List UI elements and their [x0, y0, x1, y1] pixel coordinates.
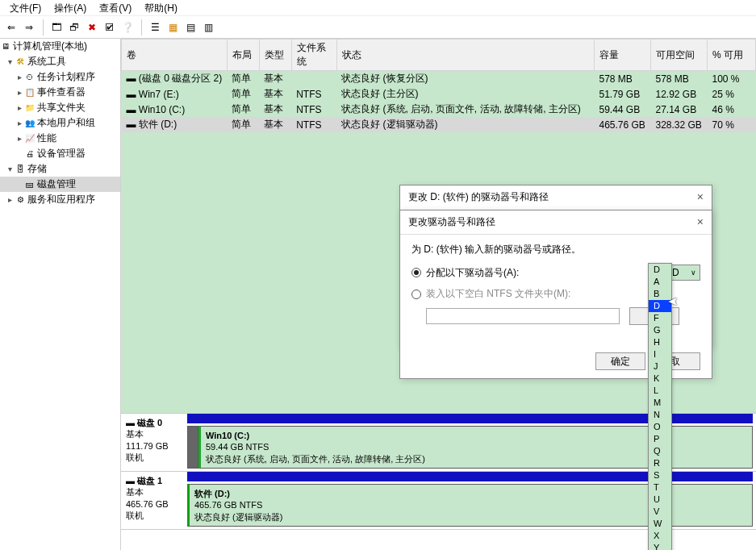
close-icon[interactable]: × [697, 190, 704, 204]
table-cell: 状态良好 (主分区) [336, 86, 594, 102]
col-pct[interactable]: % 可用 [708, 40, 756, 71]
drive-letter-option[interactable]: T [649, 481, 671, 494]
chevron-down-icon: ▾ [5, 165, 15, 173]
tree-label: 本地用户和组 [37, 116, 95, 130]
tree-devmgr[interactable]: 🖨 设备管理器 [0, 146, 120, 161]
tree-services[interactable]: ▸ ⚙ 服务和应用程序 [0, 192, 120, 207]
tree-label: 设备管理器 [37, 147, 86, 160]
chevron-right-icon: ▸ [15, 134, 24, 143]
drive-letter-option[interactable]: L [649, 385, 671, 397]
menu-view[interactable]: 查看(V) [93, 0, 138, 15]
tree-label: 服务和应用程序 [27, 193, 95, 206]
tree-shared[interactable]: ▸ 📁 共享文件夹 [0, 100, 120, 115]
tree-event[interactable]: ▸ 📋 事件查看器 [0, 85, 120, 100]
tree-diskmgmt[interactable]: 🖴 磁盘管理 [0, 177, 120, 192]
table-cell: 简单 [227, 102, 259, 117]
drive-letter-select[interactable]: D ∨ [668, 265, 700, 281]
back-icon[interactable]: ⇐ [3, 19, 19, 35]
menu-help[interactable]: 帮助(H) [138, 0, 184, 15]
radio-mount-label: 装入以下空白 NTFS 文件夹中(M): [426, 287, 570, 301]
table-row[interactable]: ▬ Win10 (C:)简单基本NTFS状态良好 (系统, 启动, 页面文件, … [122, 102, 756, 117]
tree-users[interactable]: ▸ 👥 本地用户和组 [0, 115, 120, 131]
table-cell: 465.76 GB [595, 117, 651, 132]
col-volume[interactable]: 卷 [122, 40, 228, 71]
dlg1-titlebar: 更改 D: (软件) 的驱动器号和路径 × [400, 185, 712, 209]
tile-icon[interactable]: ▤ [182, 19, 198, 35]
table-row[interactable]: ▬ 软件 (D:)简单基本NTFS状态良好 (逻辑驱动器)465.76 GB32… [122, 117, 756, 132]
drive-letter-option[interactable]: H [649, 336, 671, 348]
col-type[interactable]: 类型 [259, 40, 291, 71]
disk0-vol-size: 59.44 GB NTFS [206, 442, 269, 452]
refresh-icon[interactable]: 🗗 [66, 19, 82, 35]
drive-letter-option[interactable]: R [649, 457, 671, 469]
drive-letter-option[interactable]: D [649, 264, 671, 276]
col-layout[interactable]: 布局 [227, 40, 259, 71]
disk0-reserved[interactable] [187, 426, 198, 469]
drive-letter-option[interactable]: M [649, 397, 671, 409]
forward-icon[interactable]: ⇒ [21, 19, 37, 35]
drive-letter-option[interactable]: X [649, 530, 671, 542]
storage-icon: 🗄 [15, 165, 26, 173]
disk0-info[interactable]: ▬ 磁盘 0 基本 111.79 GB 联机 [121, 414, 187, 471]
drive-letter-option[interactable]: J [649, 360, 671, 373]
drive-letter-option[interactable]: S [649, 469, 671, 481]
table-cell: 状态良好 (系统, 启动, 页面文件, 活动, 故障转储, 主分区) [336, 102, 594, 117]
close-icon[interactable]: × [697, 215, 704, 229]
help-icon[interactable]: ❔ [119, 19, 136, 35]
clock-icon: ⏲ [24, 73, 36, 81]
grid-icon[interactable]: ▦ [165, 19, 181, 35]
cursor-icon: ➤ [668, 294, 679, 309]
menu-file[interactable]: 文件(F) [3, 0, 48, 15]
table-cell: NTFS [291, 117, 336, 132]
tree-label: 共享文件夹 [37, 101, 86, 115]
disk-icon: ▬ [126, 418, 137, 427]
table-cell: 状态良好 (恢复分区) [336, 71, 594, 87]
menu-action[interactable]: 操作(A) [48, 0, 93, 15]
delete-icon[interactable]: ✖ [84, 19, 100, 35]
table-cell: 578 MB [651, 71, 708, 87]
drive-letter-option[interactable]: I [649, 348, 671, 360]
drive-letter-option[interactable]: F [649, 312, 671, 324]
drive-letter-option[interactable]: O [649, 421, 671, 433]
tree-label: 性能 [37, 131, 56, 145]
tree-storage[interactable]: ▾ 🗄 存储 [0, 161, 120, 177]
table-cell: ▬ 软件 (D:) [122, 117, 228, 132]
drive-letter-option[interactable]: W [649, 518, 671, 530]
tree-label: 系统工具 [27, 55, 66, 69]
disk0-state: 联机 [126, 452, 144, 462]
col-status[interactable]: 状态 [336, 40, 594, 71]
drive-letter-option[interactable]: A [649, 276, 671, 288]
drive-letter-option[interactable]: V [649, 506, 671, 518]
col-fs[interactable]: 文件系统 [291, 40, 336, 71]
tree-root[interactable]: 🖥 计算机管理(本地) [0, 39, 120, 54]
drive-letter-option[interactable]: G [649, 324, 671, 336]
drive-letter-option[interactable]: Q [649, 445, 671, 457]
tree-scheduler[interactable]: ▸ ⏲ 任务计划程序 [0, 69, 120, 85]
drive-letter-option[interactable]: Y [649, 542, 671, 550]
tree-perf[interactable]: ▸ 📈 性能 [0, 131, 120, 146]
table-row[interactable]: ▬ (磁盘 0 磁盘分区 2)简单基本状态良好 (恢复分区)578 MB578 … [122, 71, 756, 87]
drive-letter-option[interactable]: U [649, 494, 671, 506]
disk0-type: 基本 [126, 429, 144, 439]
view-icon[interactable]: 🗔 [48, 19, 65, 35]
mount-path-input[interactable] [426, 308, 620, 324]
table-cell: ▬ Win10 (C:) [122, 102, 228, 117]
selected-letter: D [672, 267, 679, 278]
disk1-info[interactable]: ▬ 磁盘 1 基本 465.76 GB 联机 [121, 472, 187, 529]
list-icon[interactable]: ☰ [147, 19, 163, 35]
disk1-vol-name: 软件 (D:) [194, 489, 230, 498]
col-cap[interactable]: 容量 [595, 40, 651, 71]
dlg2-ok-button[interactable]: 确定 [595, 352, 645, 370]
device-icon: 🖨 [24, 149, 36, 158]
tree-systools[interactable]: ▾ 🛠 系统工具 [0, 54, 120, 69]
drive-letter-option[interactable]: N [649, 409, 671, 421]
volume-table[interactable]: 卷 布局 类型 文件系统 状态 容量 可用空间 % 可用 ▬ (磁盘 0 磁盘分… [121, 39, 756, 132]
col-free[interactable]: 可用空间 [651, 40, 708, 71]
table-row[interactable]: ▬ Win7 (E:)简单基本NTFS状态良好 (主分区)51.79 GB12.… [122, 86, 756, 102]
drive-letter-option[interactable]: K [649, 373, 671, 385]
drive-letter-option[interactable]: P [649, 433, 671, 445]
props-icon[interactable]: 🗹 [102, 19, 118, 35]
dlg1-title: 更改 D: (软件) 的驱动器号和路径 [408, 190, 549, 204]
table-cell: 27.14 GB [651, 102, 708, 117]
detail-icon[interactable]: ▥ [200, 19, 216, 35]
